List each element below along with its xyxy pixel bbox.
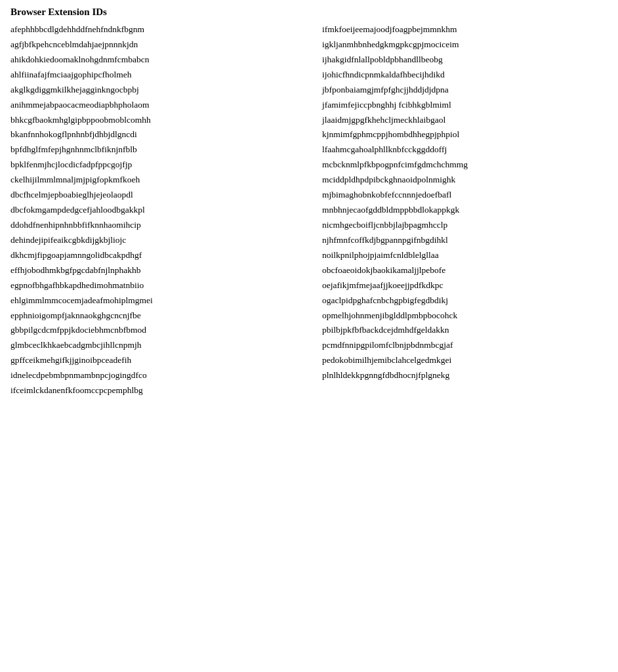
- list-item: effhjobodhmkbgfpgcdabfnjlnphakhb: [10, 264, 296, 278]
- list-item: jbfponbaiamgjmfpfghcjjhddjdjdpna: [322, 83, 608, 97]
- list-item: ckelhijilmmlmnaljmjpigfopkmfkoeh: [10, 173, 296, 187]
- page-title: Browser Extension IDs: [10, 7, 608, 18]
- list-item: glmbceclkhkaebcadgmbcjihllcnpmjh: [10, 339, 296, 352]
- list-item: dehindejipifeaikcgbkdijgkbjliojc: [10, 234, 296, 247]
- left-column: afephhbbcdlgdehhddfnehfndnkfbgnmagfjbfkp…: [10, 23, 309, 398]
- list-item: agfjbfkpehcnceblmdahjaejpnnnkjdn: [10, 38, 296, 52]
- list-item: dbcfokmgampdedgcefjahloodbgakkpl: [10, 203, 296, 217]
- list-item: ehlgimmlmmcocemjadeafmohiplmgmei: [10, 294, 296, 308]
- list-item: afephhbbcdlgdehhddfnehfndnkfbgnm: [10, 23, 296, 37]
- list-item: ahikdohkiedoomaklnohgdnmfcmbabcn: [10, 53, 296, 67]
- list-item: plnlhldekkpgnngfdbdhocnjfplgnekg: [322, 369, 608, 383]
- list-item: opmelhjohnmenjibglddlpmbpbocohck: [322, 309, 608, 323]
- list-item: bkanfnnhokogflpnhnbfjdhbjdlgncdi: [10, 128, 296, 142]
- list-item: anihmmejabpaocacmeodiapbhpholaom: [10, 98, 296, 112]
- list-item: egpnofbhgafhbkapdhedimohmatnbiio: [10, 279, 296, 293]
- list-item: gbbpilgcdcmfppjkdociebhmcnbfbmod: [10, 324, 296, 337]
- list-item: ddohdfnenhipnhnbbfifknnhaomihcip: [10, 219, 296, 232]
- list-item: mnbhnjecaofgddbldmppbbdlokappkgk: [322, 203, 608, 217]
- list-item: oejafikjmfmejaafjjkoeejjpdfkdkpc: [322, 279, 608, 293]
- list-item: bpklfenmjhcjlocdicfadpfppcgojfjp: [10, 158, 296, 172]
- list-item: igkljanmhbnhedgkmgpkcgpjmociceim: [322, 38, 608, 52]
- list-item: pbilbjpkfbfbackdcejdmhdfgeldakkn: [322, 324, 608, 337]
- list-item: ijohicfhndicpnmkaldafhbecijhdikd: [322, 68, 608, 82]
- list-item: ijhakgidfnlallpobldpbhandllbeobg: [322, 53, 608, 67]
- list-item: mciddpldhpdpibckghnaoidpolnmighk: [322, 173, 608, 187]
- list-item: lfaahmcgahoalphllknbfcckggddoffj: [322, 143, 608, 157]
- list-item: akglkgdiggmkilkhejagginkngocbpbj: [10, 83, 296, 97]
- list-item: gpffceikmehgifkjjginoibpceadefih: [10, 354, 296, 368]
- list-item: nicmhgecboifljcnbbjlajbpagmhcclp: [322, 219, 608, 232]
- list-item: obcfoaeoidokjbaokikamaljjlpebofe: [322, 264, 608, 278]
- list-item: bhkcgfbaokmhglgipbppoobmoblcomhh: [10, 114, 296, 127]
- list-item: pcmdfnnipgpilomfclbnjpbdnmbcgjaf: [322, 339, 608, 352]
- list-item: pedokobimilhjemibclahcelgedmkgei: [322, 354, 608, 368]
- list-item: dkhcmjfipgoapjamnngolidbcakpdhgf: [10, 249, 296, 262]
- list-item: epphnioigompfjaknnaokghgcncnjfbe: [10, 309, 296, 323]
- list-item: kjnmimfgphmcppjhombdhhegpjphpiol: [322, 128, 608, 142]
- list-item: bpfdhglfmfepjhgnhnmclbfiknjnfblb: [10, 143, 296, 157]
- list-item: idnelecdpebmbpnmambnpcjogingdfco: [10, 369, 296, 383]
- list-item: ahlfiinafajfmciaajgophipcfholmeh: [10, 68, 296, 82]
- right-column: ifmkfoeijeemajoodjfoagpbejmmnkhmigkljanm…: [309, 23, 608, 398]
- list-item: mcbcknmlpfkbpogpnfcimfgdmchchmmg: [322, 158, 608, 172]
- list-item: noilkpnilphojpjaimfcnldblelgllaa: [322, 249, 608, 262]
- list-item: ifmkfoeijeemajoodjfoagpbejmmnkhm: [322, 23, 608, 37]
- list-item: ogaclpidpghafcnbchgpbigfegdbdikj: [322, 294, 608, 308]
- list-item: njhfmnfcoffkdjbgpannpgifnbgdihkl: [322, 234, 608, 247]
- list-item: jlaaidmjgpgfkhehcljmeckhlaibgaol: [322, 114, 608, 127]
- list-item: mjbimaghobnkobfefccnnnjedoefbafl: [322, 188, 608, 202]
- list-item: jfamimfejiccpbnghhj fcibhkgblmiml: [322, 98, 608, 112]
- columns-container: afephhbbcdlgdehhddfnehfndnkfbgnmagfjbfkp…: [10, 23, 608, 398]
- list-item: ifceimlckdanenfkfoomccpcpemphlbg: [10, 384, 296, 398]
- list-item: dbcfhcelmjepboabieglhjejeolaopdl: [10, 188, 296, 202]
